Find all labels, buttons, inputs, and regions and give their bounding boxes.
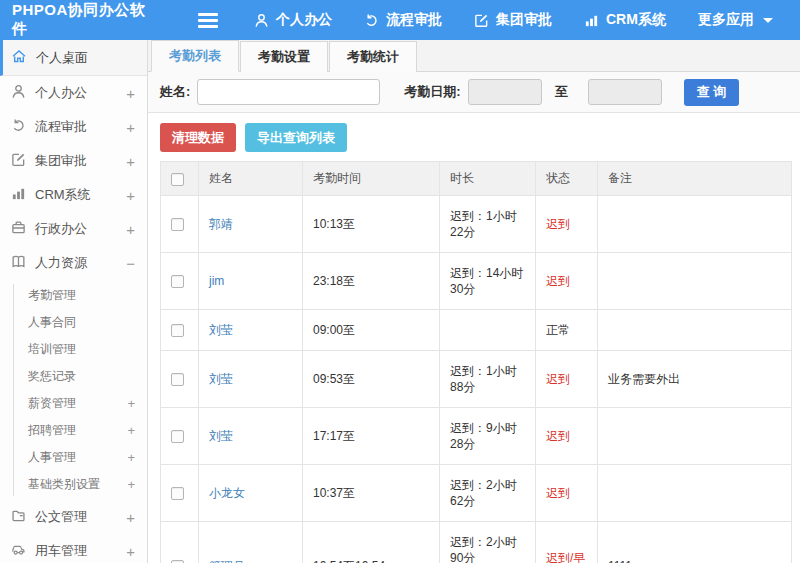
expand-plus-icon[interactable]: + (126, 509, 135, 526)
search-bar: 姓名: 考勤日期: 至 查 询 (148, 72, 800, 113)
document-icon (11, 508, 26, 526)
submenu-item-personnel-management[interactable]: 人事管理 + (0, 444, 147, 471)
table-row: 刘莹 17:17至 迟到：9小时28分 迟到 (161, 408, 792, 465)
sidebar-item-human-resources[interactable]: 人力资源 − (0, 246, 147, 280)
sidebar-item-document-management[interactable]: 公文管理 + (0, 500, 147, 534)
expand-plus-icon[interactable]: + (126, 187, 135, 204)
table-row: 郭靖 10:13至 迟到：1小时22分 迟到 (161, 196, 792, 253)
select-all-checkbox[interactable] (171, 173, 184, 186)
note-cell (598, 465, 792, 522)
expand-plus-icon[interactable]: + (127, 396, 135, 411)
submenu-item-reward-punishment[interactable]: 奖惩记录 (0, 363, 147, 390)
row-checkbox[interactable] (171, 487, 184, 500)
col-header-time: 考勤时间 (303, 162, 440, 196)
attendance-table: 姓名 考勤时间 时长 状态 备注 郭靖 10:13至 迟到：1小时22分 迟到 (160, 161, 792, 563)
employee-name-link[interactable]: 郭靖 (209, 217, 233, 231)
employee-name-link[interactable]: 刘莹 (209, 323, 233, 337)
tab-attendance-list[interactable]: 考勤列表 (151, 40, 239, 72)
hr-submenu: 考勤管理 人事合同 培训管理 奖惩记录 薪资管理 + 招聘管理 + 人事管理 + (0, 280, 147, 500)
duration-cell: 迟到：2小时90分早退：7小时10分 (440, 522, 536, 563)
briefcase-icon (11, 220, 26, 238)
clean-data-button[interactable]: 清理数据 (160, 123, 236, 152)
chart-icon (11, 186, 26, 204)
submenu-item-hr-contract[interactable]: 人事合同 (0, 309, 147, 336)
employee-name-link[interactable]: 刘莹 (209, 429, 233, 443)
expand-plus-icon[interactable]: + (127, 477, 135, 492)
expand-plus-icon[interactable]: + (127, 423, 135, 438)
expand-plus-icon[interactable]: + (126, 119, 135, 136)
employee-name-link[interactable]: 小龙女 (209, 486, 245, 500)
expand-plus-icon[interactable]: + (126, 221, 135, 238)
home-icon (11, 48, 27, 67)
status-cell: 迟到 (536, 196, 598, 253)
collapse-minus-icon[interactable]: − (126, 255, 135, 272)
expand-plus-icon[interactable]: + (126, 543, 135, 560)
employee-name-link[interactable]: jim (209, 274, 224, 288)
date-to-input[interactable] (588, 79, 662, 105)
user-icon (11, 84, 26, 102)
sidebar-item-personal-office[interactable]: 个人办公 + (0, 76, 147, 110)
row-checkbox[interactable] (171, 373, 184, 386)
nav-group-approval[interactable]: 集团审批 (474, 11, 552, 29)
col-header-status: 状态 (536, 162, 598, 196)
nav-more-apps[interactable]: 更多应用 (698, 11, 773, 29)
submenu-item-recruitment-management[interactable]: 招聘管理 + (0, 417, 147, 444)
flow-icon (364, 13, 379, 28)
employee-name-link[interactable]: 管理员 (209, 559, 245, 563)
row-checkbox[interactable] (171, 430, 184, 443)
to-label: 至 (555, 83, 568, 101)
car-icon (11, 542, 26, 560)
expand-plus-icon[interactable]: + (126, 85, 135, 102)
nav-crm-system[interactable]: CRM系统 (584, 11, 666, 29)
attendance-time: 23:18至 (303, 253, 440, 310)
attendance-time: 10:13至 (303, 196, 440, 253)
main-content: 考勤列表 考勤设置 考勤统计 姓名: 考勤日期: 至 查 询 清理数据 导出查询… (148, 40, 800, 563)
sidebar-item-crm-system[interactable]: CRM系统 + (0, 178, 147, 212)
submenu-item-training-management[interactable]: 培训管理 (0, 336, 147, 363)
date-from-input[interactable] (468, 79, 542, 105)
status-cell: 迟到 (536, 253, 598, 310)
tab-bar: 考勤列表 考勤设置 考勤统计 (148, 40, 800, 72)
attendance-time: 10:37至 (303, 465, 440, 522)
row-checkbox[interactable] (171, 218, 184, 231)
attendance-time: 17:17至 (303, 408, 440, 465)
nav-personal-office[interactable]: 个人办公 (254, 11, 332, 29)
nav-workflow-approval[interactable]: 流程审批 (364, 11, 442, 29)
note-cell (598, 310, 792, 351)
employee-name-link[interactable]: 刘莹 (209, 372, 233, 386)
duration-cell: 迟到：14小时30分 (440, 253, 536, 310)
expand-plus-icon[interactable]: + (127, 450, 135, 465)
sidebar-item-group-approval[interactable]: 集团审批 + (0, 144, 147, 178)
submenu-item-salary-management[interactable]: 薪资管理 + (0, 390, 147, 417)
table-row: 刘莹 09:53至 迟到：1小时88分 迟到 业务需要外出 (161, 351, 792, 408)
attendance-table-wrap: 姓名 考勤时间 时长 状态 备注 郭靖 10:13至 迟到：1小时22分 迟到 (160, 161, 792, 563)
attendance-time: 09:00至 (303, 310, 440, 351)
table-toolbar: 清理数据 导出查询列表 (148, 113, 800, 161)
table-header-row: 姓名 考勤时间 时长 状态 备注 (161, 162, 792, 196)
sidebar-item-personal-desktop[interactable]: 个人桌面 (0, 40, 147, 76)
col-header-name: 姓名 (199, 162, 303, 196)
note-cell: 1111 (598, 522, 792, 563)
expand-plus-icon[interactable]: + (126, 153, 135, 170)
submenu-item-base-category-settings[interactable]: 基础类别设置 + (0, 471, 147, 498)
note-cell (598, 253, 792, 310)
query-button[interactable]: 查 询 (684, 79, 740, 106)
edit-icon (11, 152, 26, 170)
row-checkbox[interactable] (171, 275, 184, 288)
hamburger-menu-icon[interactable] (198, 10, 218, 31)
status-cell: 正常 (536, 310, 598, 351)
note-cell (598, 196, 792, 253)
tab-attendance-settings[interactable]: 考勤设置 (240, 41, 328, 72)
sidebar-item-vehicle-management[interactable]: 用车管理 + (0, 534, 147, 563)
submenu-item-attendance-management[interactable]: 考勤管理 (0, 282, 147, 309)
row-checkbox[interactable] (171, 324, 184, 337)
sidebar-item-workflow-approval[interactable]: 流程审批 + (0, 110, 147, 144)
tab-attendance-statistics[interactable]: 考勤统计 (329, 41, 417, 72)
table-row: 管理员 10:54至10:54 迟到：2小时90分早退：7小时10分 迟到/早退… (161, 522, 792, 563)
attendance-time: 10:54至10:54 (303, 522, 440, 563)
export-list-button[interactable]: 导出查询列表 (245, 123, 347, 152)
table-row: jim 23:18至 迟到：14小时30分 迟到 (161, 253, 792, 310)
name-input[interactable] (197, 79, 380, 105)
sidebar-item-admin-office[interactable]: 行政办公 + (0, 212, 147, 246)
col-header-duration: 时长 (440, 162, 536, 196)
